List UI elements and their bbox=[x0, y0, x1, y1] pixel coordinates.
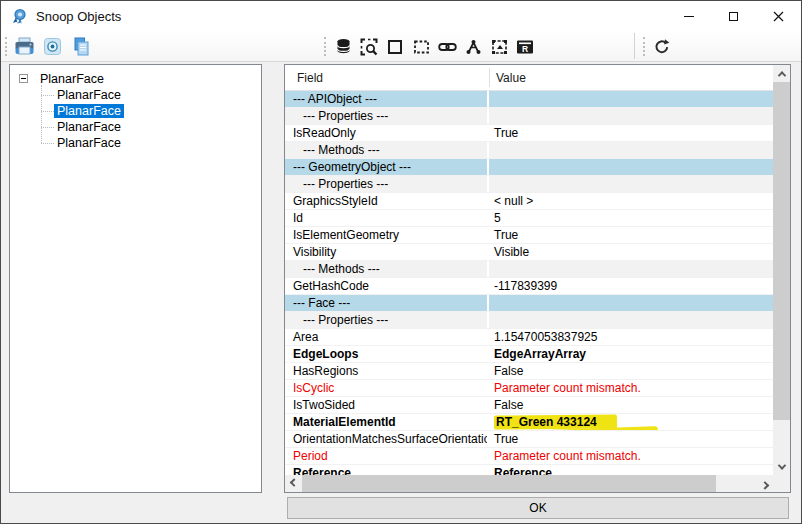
field-cell: Visibility bbox=[285, 244, 489, 260]
table-row[interactable]: GetHashCode-117839399 bbox=[285, 278, 773, 295]
field-cell: IsReadOnly bbox=[285, 125, 489, 141]
snoop-edge-button[interactable] bbox=[409, 34, 433, 59]
snoop-link-button[interactable] bbox=[435, 34, 459, 59]
scroll-down-button[interactable] bbox=[773, 458, 790, 475]
table-row[interactable]: --- Properties --- bbox=[285, 176, 773, 193]
toolbar-gripper[interactable] bbox=[5, 37, 8, 56]
tree-item[interactable]: PlanarFace bbox=[10, 135, 261, 151]
snoop-selection-button[interactable] bbox=[357, 34, 381, 59]
toolbar-group-print bbox=[12, 34, 92, 59]
column-header-value[interactable]: Value bbox=[489, 71, 526, 85]
value-cell: EdgeArrayArray bbox=[489, 346, 773, 362]
table-row[interactable]: IsTwoSidedFalse bbox=[285, 397, 773, 414]
table-row[interactable]: --- Methods --- bbox=[285, 142, 773, 159]
field-cell: OrientationMatchesSurfaceOrientation bbox=[285, 431, 489, 447]
snoop-face-icon bbox=[387, 39, 403, 55]
table-row[interactable]: --- Properties --- bbox=[285, 312, 773, 329]
field-cell: HasRegions bbox=[285, 363, 489, 379]
field-cell: Reference bbox=[285, 465, 489, 475]
close-button[interactable] bbox=[756, 1, 801, 31]
tree-item[interactable]: PlanarFace bbox=[10, 103, 261, 119]
column-divider[interactable] bbox=[489, 68, 490, 87]
field-cell: --- GeometryObject --- bbox=[285, 159, 489, 175]
tree-expander-icon[interactable] bbox=[19, 74, 28, 83]
table-row[interactable]: IsReadOnlyTrue bbox=[285, 125, 773, 142]
toolbar-gripper[interactable] bbox=[324, 37, 327, 56]
table-row[interactable]: IsElementGeometryTrue bbox=[285, 227, 773, 244]
table-row[interactable]: GraphicsStyleId< null > bbox=[285, 193, 773, 210]
value-cell: Parameter count mismatch. bbox=[489, 448, 773, 464]
svg-text:R: R bbox=[522, 43, 528, 53]
highlight-annotation: RT_Green 433124 bbox=[494, 415, 617, 429]
value-cell: False bbox=[489, 363, 773, 379]
table-row[interactable]: PeriodParameter count mismatch. bbox=[285, 448, 773, 465]
tree-item-label: PlanarFace bbox=[54, 136, 124, 150]
scroll-up-button[interactable] bbox=[773, 65, 790, 82]
table-row[interactable]: HasRegionsFalse bbox=[285, 363, 773, 380]
value-cell: 5 bbox=[489, 210, 773, 226]
snoop-face-button[interactable] bbox=[383, 34, 407, 59]
field-cell: IsElementGeometry bbox=[285, 227, 489, 243]
field-cell: Area bbox=[285, 329, 489, 345]
snoop-application-button[interactable]: R bbox=[513, 34, 537, 59]
tree-item[interactable]: PlanarFace bbox=[10, 71, 261, 87]
titlebar: Snoop Objects bbox=[1, 1, 801, 31]
value-cell bbox=[489, 159, 773, 175]
tree-view[interactable]: PlanarFacePlanarFacePlanarFacePlanarFace… bbox=[9, 64, 262, 493]
table-row[interactable]: --- APIObject --- bbox=[285, 91, 773, 108]
minimize-button[interactable] bbox=[666, 1, 711, 31]
tree-item[interactable]: PlanarFace bbox=[10, 87, 261, 103]
snoop-selection-icon bbox=[360, 38, 378, 56]
table-row[interactable]: IsCyclicParameter count mismatch. bbox=[285, 380, 773, 397]
value-cell bbox=[489, 108, 773, 124]
print-preview-button[interactable] bbox=[40, 34, 64, 59]
vertical-scrollbar[interactable] bbox=[773, 65, 790, 475]
table-row[interactable]: Id5 bbox=[285, 210, 773, 227]
snoop-application-icon: R bbox=[516, 39, 534, 55]
vertical-scroll-thumb[interactable] bbox=[773, 82, 790, 420]
copy-button[interactable] bbox=[68, 34, 92, 59]
scroll-right-button[interactable] bbox=[756, 475, 773, 492]
chevron-right-icon bbox=[760, 481, 768, 489]
snoop-db-icon bbox=[335, 38, 352, 55]
table-row[interactable]: EdgeLoopsEdgeArrayArray bbox=[285, 346, 773, 363]
copy-icon bbox=[71, 37, 90, 57]
grid-rows: --- APIObject ------ Properties ---IsRea… bbox=[285, 91, 773, 475]
snoop-view-icon bbox=[491, 39, 508, 55]
table-row[interactable]: VisibilityVisible bbox=[285, 244, 773, 261]
grid-header: Field Value bbox=[285, 65, 773, 91]
snoop-link-icon bbox=[438, 40, 457, 54]
table-row[interactable]: --- Face --- bbox=[285, 295, 773, 312]
snoop-dependents-button[interactable] bbox=[461, 34, 485, 59]
table-row[interactable]: --- GeometryObject --- bbox=[285, 159, 773, 176]
table-row[interactable]: --- Properties --- bbox=[285, 108, 773, 125]
field-cell: IsCyclic bbox=[285, 380, 489, 396]
table-row[interactable]: MaterialElementIdRT_Green 433124 bbox=[285, 414, 773, 431]
field-cell: --- Face --- bbox=[285, 295, 489, 311]
horizontal-scroll-thumb[interactable] bbox=[302, 475, 716, 492]
column-header-field[interactable]: Field bbox=[285, 71, 489, 85]
tree-item-label: PlanarFace bbox=[37, 72, 107, 86]
refresh-button[interactable] bbox=[650, 34, 674, 59]
chevron-down-icon bbox=[777, 461, 785, 469]
toolbar-gripper[interactable] bbox=[643, 37, 646, 56]
print-icon bbox=[14, 37, 35, 57]
snoop-view-button[interactable] bbox=[487, 34, 511, 59]
snoop-db-button[interactable] bbox=[331, 34, 355, 59]
print-button[interactable] bbox=[12, 34, 36, 59]
tree-item-label: PlanarFace bbox=[54, 88, 124, 102]
value-cell: < null > bbox=[489, 193, 773, 209]
scroll-left-button[interactable] bbox=[285, 475, 302, 492]
snoop-dependents-icon bbox=[465, 39, 482, 55]
table-row[interactable]: OrientationMatchesSurfaceOrientationTrue bbox=[285, 431, 773, 448]
maximize-button[interactable] bbox=[711, 1, 756, 31]
table-row[interactable]: ReferenceReference bbox=[285, 465, 773, 475]
horizontal-scrollbar[interactable] bbox=[285, 475, 773, 492]
table-row[interactable]: Area1.15470053837925 bbox=[285, 329, 773, 346]
properties-grid: Field Value --- APIObject ------ Propert… bbox=[284, 64, 791, 493]
ok-button[interactable]: OK bbox=[287, 497, 789, 519]
value-cell: False bbox=[489, 397, 773, 413]
field-cell: EdgeLoops bbox=[285, 346, 489, 362]
table-row[interactable]: --- Methods --- bbox=[285, 261, 773, 278]
tree-item[interactable]: PlanarFace bbox=[10, 119, 261, 135]
